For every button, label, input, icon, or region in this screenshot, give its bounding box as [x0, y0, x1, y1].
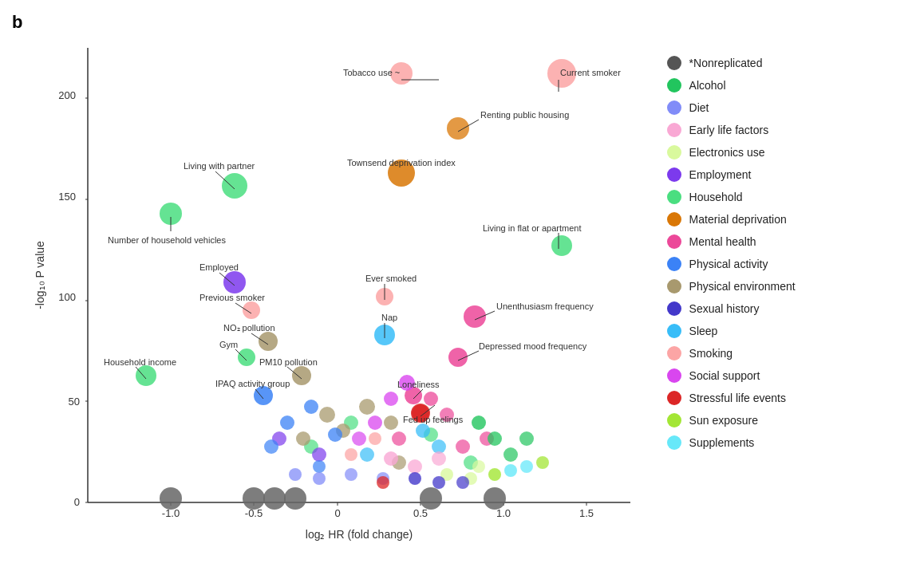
- svg-text:Renting public housing: Renting public housing: [480, 110, 569, 120]
- svg-point-36: [345, 448, 357, 461]
- svg-text:IPAQ activity group: IPAQ activity group: [215, 379, 290, 388]
- legend-dot: [667, 234, 681, 249]
- svg-point-72: [352, 431, 366, 446]
- svg-point-34: [243, 301, 260, 319]
- legend-item: Sleep: [667, 324, 916, 338]
- legend-label: Sexual history: [689, 302, 760, 315]
- svg-text:Previous smoker: Previous smoker: [199, 293, 265, 302]
- legend-label: Material deprivation: [689, 213, 787, 226]
- legend-label: Employment: [689, 168, 752, 181]
- legend-label: Physical activity: [689, 258, 768, 270]
- svg-point-54: [384, 416, 398, 430]
- svg-point-103: [456, 476, 469, 489]
- legend-item: Early life factors: [667, 123, 916, 137]
- legend-dot: [667, 368, 681, 383]
- svg-point-99: [488, 468, 501, 481]
- svg-point-37: [369, 432, 381, 445]
- svg-text:Gym: Gym: [219, 340, 238, 349]
- svg-text:1.5: 1.5: [579, 507, 594, 519]
- svg-point-86: [519, 431, 534, 446]
- svg-point-38: [222, 173, 247, 199]
- legend-dot: [667, 123, 681, 137]
- svg-text:200: 200: [58, 89, 76, 101]
- svg-point-30: [420, 487, 442, 510]
- svg-point-85: [503, 447, 518, 462]
- legend-dot: [667, 391, 681, 405]
- svg-text:Living with partner: Living with partner: [184, 161, 255, 171]
- chart-svg: 0 50 100 150 200 -log₁₀ P value -1.0 -0.…: [32, 32, 654, 558]
- legend-dot: [667, 145, 681, 160]
- legend-item: Stressful life events: [667, 391, 916, 405]
- svg-point-100: [536, 456, 549, 469]
- svg-point-66: [392, 431, 406, 446]
- chart-area: b 0 50 100 150 200 -log₁₀ P value: [8, 8, 651, 571]
- svg-point-48: [447, 117, 469, 140]
- legend-label: Physical environment: [689, 280, 796, 293]
- legend-item: Physical environment: [667, 279, 916, 293]
- svg-point-91: [384, 451, 398, 466]
- legend-dot: [667, 435, 681, 450]
- svg-point-57: [223, 271, 246, 293]
- legend-dot: [667, 100, 681, 115]
- svg-point-84: [488, 431, 502, 446]
- svg-point-87: [289, 468, 302, 481]
- legend-label: Early life factors: [689, 124, 769, 136]
- legend-item: Diet: [667, 100, 916, 115]
- svg-text:Ever smoked: Ever smoked: [365, 274, 417, 283]
- svg-point-50: [259, 332, 278, 351]
- legend-dot: [667, 212, 681, 226]
- legend-label: Supplements: [689, 436, 755, 449]
- legend-label: Mental health: [689, 235, 756, 248]
- legend-dot: [667, 346, 681, 360]
- svg-point-41: [136, 365, 156, 386]
- legend-item: Sun exposure: [667, 413, 916, 427]
- legend-label: Household: [689, 191, 743, 203]
- svg-text:0: 0: [334, 507, 340, 519]
- svg-point-27: [243, 487, 265, 510]
- svg-text:PM10 pollution: PM10 pollution: [259, 357, 318, 367]
- svg-point-73: [254, 386, 273, 405]
- svg-text:Townsend deprivation index: Townsend deprivation index: [347, 158, 456, 167]
- legend-label: Alcohol: [689, 79, 726, 92]
- svg-point-31: [484, 487, 506, 510]
- svg-text:Nap: Nap: [381, 313, 397, 322]
- svg-text:Loneliness: Loneliness: [397, 380, 440, 389]
- svg-text:-log₁₀ P value: -log₁₀ P value: [34, 241, 46, 309]
- svg-point-88: [313, 472, 326, 485]
- legend-label: Smoking: [689, 347, 732, 360]
- svg-point-70: [384, 392, 398, 406]
- svg-point-64: [424, 392, 438, 406]
- svg-point-92: [408, 459, 422, 474]
- legend-label: Stressful life events: [689, 392, 786, 404]
- legend-label: Diet: [689, 101, 709, 114]
- legend-item: *Nonreplicated: [667, 56, 916, 70]
- svg-point-59: [312, 447, 326, 462]
- svg-point-42: [238, 349, 255, 366]
- svg-point-96: [472, 460, 485, 473]
- svg-point-55: [296, 431, 310, 446]
- svg-text:Fed up feelings: Fed up feelings: [403, 415, 464, 424]
- legend-dot: [667, 190, 681, 204]
- legend-item: Material deprivation: [667, 212, 916, 226]
- svg-point-82: [360, 447, 374, 462]
- svg-point-97: [504, 464, 517, 477]
- svg-text:Unenthusiasm frequency: Unenthusiasm frequency: [496, 301, 594, 311]
- legend-item: Supplements: [667, 435, 916, 450]
- svg-point-78: [313, 460, 326, 473]
- svg-text:150: 150: [58, 191, 76, 203]
- svg-text:100: 100: [58, 291, 76, 303]
- svg-point-40: [551, 235, 572, 256]
- svg-text:Current smoker: Current smoker: [560, 68, 621, 77]
- svg-point-26: [160, 487, 182, 510]
- svg-text:Tobacco use ~: Tobacco use ~: [343, 68, 400, 77]
- legend-area: *NonreplicatedAlcoholDietEarly life fact…: [651, 8, 916, 571]
- svg-point-93: [432, 451, 446, 466]
- svg-text:50: 50: [69, 396, 80, 408]
- svg-point-67: [456, 439, 470, 454]
- legend-item: Employment: [667, 167, 916, 182]
- legend-label: Electronics use: [689, 146, 765, 159]
- svg-text:Depressed mood frequency: Depressed mood frequency: [479, 341, 587, 351]
- legend-item: Electronics use: [667, 145, 916, 160]
- svg-text:0.5: 0.5: [413, 507, 428, 519]
- legend-item: Mental health: [667, 234, 916, 249]
